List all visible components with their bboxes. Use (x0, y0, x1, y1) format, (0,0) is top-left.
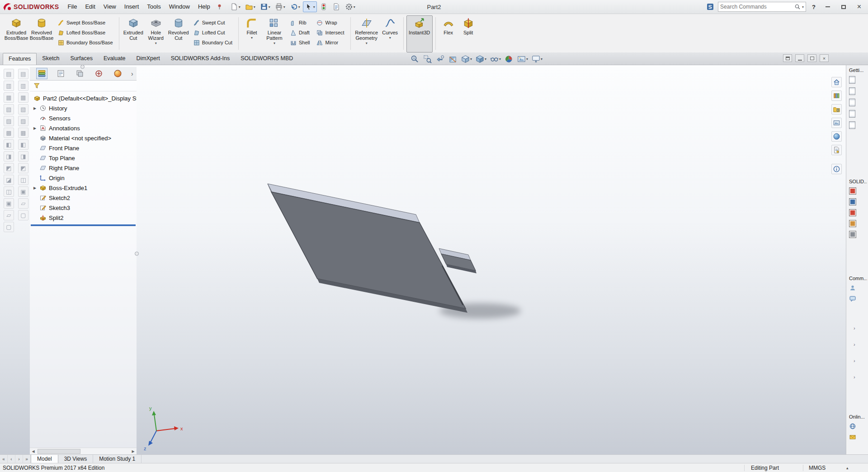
toolbar-icon[interactable]: ◨ (4, 151, 14, 162)
tab-view-palette[interactable] (831, 118, 842, 128)
extruded-boss-base-button[interactable]: Extruded Boss/Base (4, 15, 29, 52)
scroll-left-icon[interactable]: ◀ (30, 449, 37, 453)
options-button[interactable]: ▾ (343, 1, 357, 12)
menu-file[interactable]: File (63, 0, 81, 14)
toolbar-icon[interactable]: ▦ (4, 92, 14, 103)
toolbar-icon[interactable]: ▩ (4, 128, 14, 138)
tab-dimxpert-manager[interactable] (93, 68, 104, 79)
curves-caret-icon[interactable]: ▾ (389, 36, 391, 40)
panel-splitter-handle[interactable] (135, 252, 139, 256)
hide-show-items-caret-icon[interactable]: ▾ (499, 57, 501, 61)
new-caret-icon[interactable]: ▾ (239, 5, 241, 9)
rib-button[interactable]: Rib (288, 18, 312, 28)
revolved-cut-button[interactable]: Revolved Cut (167, 15, 190, 52)
save-caret-icon[interactable]: ▾ (269, 5, 270, 9)
apply-scene-caret-icon[interactable]: ▾ (526, 57, 528, 61)
zoom-to-fit-button[interactable] (409, 53, 420, 64)
tree-item-sensors[interactable]: Sensors (30, 113, 137, 123)
print-button[interactable]: ▾ (273, 1, 287, 12)
maximize-button[interactable] (837, 2, 849, 11)
toolbar-icon[interactable]: ▧ (18, 104, 28, 114)
toolbar-icon[interactable]: ▨ (4, 116, 14, 126)
tool-link-icon[interactable] (849, 231, 856, 238)
boundary-boss-base-button[interactable]: Boundary Boss/Base (55, 38, 115, 48)
swept-cut-button[interactable]: Swept Cut (191, 18, 235, 28)
link-chevron-icon[interactable]: › (854, 358, 855, 363)
shell-button[interactable]: Shell (288, 38, 312, 48)
tab-design-library[interactable] (831, 91, 842, 101)
tab-3d-views[interactable]: 3D Views (58, 455, 93, 463)
toolbar-icon[interactable]: ◩ (18, 163, 28, 173)
toolbar-icon[interactable]: ▱ (4, 210, 14, 220)
units-selector[interactable]: MMGS (803, 465, 846, 471)
curves-button[interactable]: Curves ▾ (380, 15, 401, 52)
minimize-button[interactable] (821, 2, 834, 11)
toolbar-icon[interactable]: ▨ (18, 116, 28, 126)
new-document-link-icon[interactable] (849, 76, 855, 84)
print-caret-icon[interactable]: ▾ (283, 5, 285, 9)
panel-expand-chevron-icon[interactable]: › (131, 70, 133, 77)
view-orientation-caret-icon[interactable]: ▾ (470, 57, 472, 61)
draft-button[interactable]: Draft (288, 28, 312, 38)
undo-caret-icon[interactable]: ▾ (298, 5, 300, 9)
tab-surfaces[interactable]: Surfaces (65, 52, 98, 65)
search-caret-icon[interactable]: ▾ (802, 5, 804, 9)
toolbar-icon[interactable]: ▣ (4, 198, 14, 209)
toolbar-icon[interactable]: ▢ (4, 222, 14, 232)
tool-link-icon[interactable] (849, 198, 856, 205)
previous-view-button[interactable] (434, 53, 446, 64)
apply-scene-button[interactable]: ▾ (516, 53, 529, 64)
doc-close-button[interactable]: × (820, 54, 829, 62)
doc-new-window-button[interactable] (783, 54, 792, 62)
tool-link-icon[interactable] (849, 209, 856, 216)
rollback-bar[interactable] (31, 224, 136, 226)
tree-item-origin[interactable]: Origin (30, 173, 137, 183)
intersect-button[interactable]: Intersect (314, 28, 346, 38)
tab-motion-study-1[interactable]: Motion Study 1 (93, 455, 142, 463)
select-caret-icon[interactable]: ▾ (313, 5, 315, 9)
toolbar-icon[interactable]: ▱ (18, 198, 28, 209)
tree-item-split2[interactable]: Split2 (30, 213, 137, 223)
tab-evaluate[interactable]: Evaluate (98, 52, 131, 65)
zoom-to-area-button[interactable] (422, 53, 433, 64)
view-orientation-button[interactable]: ▾ (460, 53, 473, 64)
expand-arrow-icon[interactable]: ▶ (33, 186, 39, 190)
subscription-icon[interactable] (849, 434, 856, 441)
tree-item-sketch3[interactable]: Sketch3 (30, 203, 137, 213)
link-chevron-icon[interactable]: › (854, 374, 855, 380)
linear-pattern-caret-icon[interactable]: ▾ (274, 41, 275, 45)
fillet-caret-icon[interactable]: ▾ (251, 36, 253, 40)
flex-button[interactable]: Flex (439, 15, 458, 52)
tab-scroll-last-button[interactable]: » (23, 455, 31, 463)
units-caret-icon[interactable]: ▴ (846, 466, 868, 470)
scrollbar-thumb[interactable] (38, 449, 80, 454)
whats-new-link-icon[interactable] (849, 121, 855, 129)
toolbar-icon[interactable]: ◫ (4, 186, 14, 197)
toolbar-icon[interactable]: ◧ (18, 139, 28, 150)
toolbar-icon[interactable]: ▧ (4, 104, 14, 114)
tab-solidworks-resources[interactable] (831, 77, 842, 87)
pin-menubar-icon[interactable] (216, 4, 223, 10)
tab-file-explorer[interactable] (831, 104, 842, 114)
tree-item-sketch2[interactable]: Sketch2 (30, 193, 137, 203)
toolbar-icon[interactable]: ▣ (18, 186, 28, 197)
mirror-button[interactable]: Mirror (314, 38, 346, 48)
open-caret-icon[interactable]: ▾ (254, 5, 255, 9)
open-document-button[interactable]: ▾ (243, 1, 257, 12)
menu-edit[interactable]: Edit (81, 0, 99, 14)
extruded-cut-button[interactable]: Extruded Cut (122, 15, 145, 52)
link-chevron-icon[interactable]: › (854, 342, 855, 347)
toolbar-icon[interactable]: ◪ (4, 175, 14, 185)
toolbar-icon[interactable]: ▩ (18, 128, 28, 138)
revolved-boss-base-button[interactable]: Revolved Boss/Base (29, 15, 54, 52)
search-commands-input[interactable] (720, 4, 793, 10)
split-button[interactable]: Split (458, 15, 478, 52)
toolbar-icon[interactable]: ◨ (18, 151, 28, 162)
tree-item-right-plane[interactable]: Right Plane (30, 163, 137, 173)
tab-appearances-scenes[interactable] (831, 131, 842, 142)
tree-item-front-plane[interactable]: Front Plane (30, 143, 137, 153)
close-button[interactable]: × (853, 2, 865, 11)
tree-horizontal-scrollbar[interactable]: ◀ ▶ (30, 448, 137, 454)
tab-property-manager[interactable] (55, 68, 66, 79)
tree-item-history[interactable]: ▶ History (30, 103, 137, 113)
